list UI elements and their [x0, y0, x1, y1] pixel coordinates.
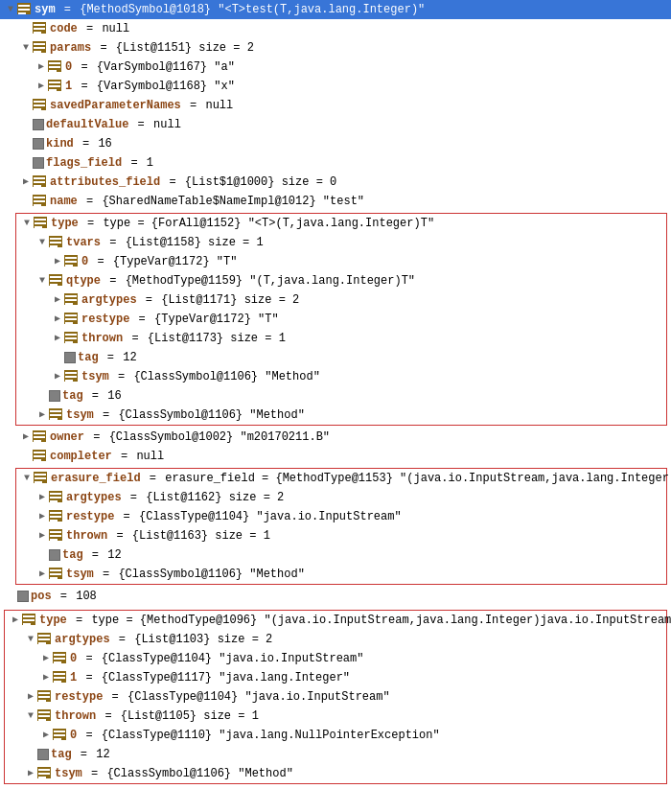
owner-row[interactable]: owner = {ClassSymbol@1002} "m20170211.B": [0, 428, 671, 447]
sym-row[interactable]: sym = {MethodSymbol@1018} "<T>test(T,jav…: [0, 0, 671, 19]
toggle-attr[interactable]: [19, 175, 33, 189]
toggle-argtypes2[interactable]: [35, 491, 49, 504]
attributes-row[interactable]: attributes_field = {List$1@1000} size = …: [0, 173, 671, 192]
argtypes3-1-key: 1: [70, 671, 77, 684]
params-val: {List@1151} size = 2: [116, 41, 254, 55]
svg-rect-118: [38, 715, 50, 717]
toggle-restype3[interactable]: [24, 690, 37, 704]
toggle-tsym-outer[interactable]: [35, 408, 49, 422]
erasure-val: erasure_field = {MethodType@1153} "(java…: [165, 472, 671, 485]
toggle-tvars0[interactable]: [51, 255, 64, 268]
tvars0-row[interactable]: 0 = {TypeVar@1172} "T": [16, 252, 666, 271]
thrown2-row[interactable]: thrown = {List@1163} size = 1: [16, 526, 666, 545]
toggle-restype-inner[interactable]: [51, 313, 64, 326]
toggle-params[interactable]: [19, 41, 33, 55]
svg-rect-95: [50, 577, 58, 579]
tsym3-row[interactable]: tsym = {ClassSymbol@1106} "Method": [5, 764, 666, 783]
argtypes3-0-row[interactable]: 0 = {ClassType@1104} "java.io.InputStrea…: [5, 649, 666, 668]
svg-rect-47: [50, 284, 58, 286]
toggle-sym[interactable]: [4, 3, 17, 16]
thrown3-row[interactable]: thrown = {List@1105} size = 1: [5, 707, 666, 726]
toggle-thrown3[interactable]: [24, 709, 37, 723]
toggle-argtypes-inner[interactable]: [51, 293, 64, 307]
tsym3-val: {ClassSymbol@1106} "Method": [106, 767, 292, 780]
toggle-thrown-inner[interactable]: [51, 332, 64, 345]
svg-rect-63: [65, 380, 73, 382]
tag-inner-row[interactable]: tag = 12: [16, 348, 666, 367]
erasure-row[interactable]: erasure_field = erasure_field = {MethodT…: [16, 469, 666, 488]
thrown3-0-row[interactable]: 0 = {ClassType@1110} "java.lang.NullPoin…: [5, 726, 666, 745]
svg-rect-93: [50, 569, 61, 571]
toggle-argtypes3[interactable]: [24, 633, 37, 646]
toggle-thrown3-0[interactable]: [39, 729, 53, 742]
toggle-argtypes3-0[interactable]: [39, 652, 53, 665]
tag-outer-row[interactable]: tag = 16: [16, 386, 666, 406]
flags-key: flags_field: [46, 156, 122, 170]
pos-row[interactable]: pos = 108: [0, 587, 671, 606]
svg-rect-101: [38, 635, 50, 637]
argtypes-inner-val: {List@1171} size = 2: [161, 293, 299, 307]
svg-rect-26: [34, 181, 45, 183]
thrown-inner-row[interactable]: thrown = {List@1173} size = 1: [16, 329, 666, 348]
svg-rect-109: [54, 673, 65, 675]
toggle-tsym2[interactable]: [35, 568, 49, 581]
field-icon-completer: [33, 450, 48, 463]
svg-rect-53: [65, 314, 77, 316]
field-icon: [17, 3, 33, 16]
params0-row[interactable]: 0 = {VarSymbol@1167} "a": [0, 58, 671, 77]
kind-row[interactable]: kind = 16: [0, 134, 671, 153]
params-row[interactable]: params = {List@1151} size = 2: [0, 38, 671, 58]
code-row[interactable]: code = null: [0, 19, 671, 38]
params1-key: 1: [65, 80, 72, 93]
params1-row[interactable]: 1 = {VarSymbol@1168} "x": [0, 77, 671, 96]
completer-row[interactable]: completer = null: [0, 447, 671, 466]
svg-rect-75: [34, 459, 41, 461]
type-method-row[interactable]: type = type = {MethodType@1096} "(java.i…: [5, 611, 666, 630]
attr-key: attributes_field: [50, 175, 160, 189]
toggle-tvars[interactable]: [35, 236, 49, 249]
code-val: null: [102, 22, 129, 35]
toggle-thrown2[interactable]: [35, 529, 49, 543]
name-row[interactable]: name = {SharedNameTable$NameImpl@1012} "…: [0, 192, 671, 211]
tag-outer-key: tag: [62, 389, 83, 403]
argtypes3-1-row[interactable]: 1 = {ClassType@1117} "java.lang.Integer": [5, 668, 666, 687]
type-forall-row[interactable]: type = type = {ForAll@1152} "<T>(T,java.…: [16, 214, 666, 233]
toggle-qtype[interactable]: [35, 274, 49, 288]
tsym-outer-row[interactable]: tsym = {ClassSymbol@1106} "Method": [16, 406, 666, 425]
toggle-tsym-inner[interactable]: [51, 370, 64, 383]
restype2-row[interactable]: restype = {ClassType@1104} "java.io.Inpu…: [16, 507, 666, 526]
flags-row[interactable]: flags_field = 1: [0, 153, 671, 173]
svg-rect-51: [65, 303, 73, 305]
toggle-type-method[interactable]: [9, 614, 22, 627]
toggle-argtypes3-1[interactable]: [39, 671, 53, 684]
savedparameternames-row[interactable]: savedParameterNames = null: [0, 96, 671, 115]
argtypes2-row[interactable]: argtypes = {List@1162} size = 2: [16, 488, 666, 507]
attr-val: {List$1@1000} size = 0: [185, 175, 336, 189]
toggle-restype2[interactable]: [35, 510, 49, 523]
restype-inner-row[interactable]: restype = {TypeVar@1172} "T": [16, 310, 666, 329]
tag2-val: 12: [107, 548, 121, 562]
argtypes3-row[interactable]: argtypes = {List@1103} size = 2: [5, 630, 666, 649]
tag2-row[interactable]: tag = 12: [16, 545, 666, 565]
tag-outer-val: 16: [107, 389, 121, 403]
toggle-type-forall[interactable]: [20, 217, 34, 230]
svg-rect-74: [34, 455, 45, 457]
toggle-params1[interactable]: [35, 80, 48, 93]
params-key: params: [50, 41, 91, 55]
tvars-row[interactable]: tvars = {List@1158} size = 1: [16, 233, 666, 252]
toggle-owner[interactable]: [19, 430, 33, 444]
field-icon-qtype: [49, 274, 64, 288]
svg-rect-66: [50, 414, 61, 416]
defaultvalue-row[interactable]: defaultValue = null: [0, 115, 671, 134]
tsym-inner-row[interactable]: tsym = {ClassSymbol@1106} "Method": [16, 367, 666, 386]
toggle-params0[interactable]: [35, 60, 48, 74]
field-icon-code: [33, 22, 48, 35]
qtype-row[interactable]: qtype = {MethodType@1159} "(T,java.lang.…: [16, 271, 666, 290]
params0-val: {VarSymbol@1167} "a": [97, 60, 235, 74]
restype3-row[interactable]: restype = {ClassType@1104} "java.io.Inpu…: [5, 687, 666, 707]
argtypes-inner-row[interactable]: argtypes = {List@1171} size = 2: [16, 290, 666, 310]
tsym2-row[interactable]: tsym = {ClassSymbol@1106} "Method": [16, 565, 666, 584]
toggle-tsym3[interactable]: [24, 767, 37, 780]
tag3-row[interactable]: tag = 12: [5, 745, 666, 764]
toggle-erasure[interactable]: [20, 472, 34, 485]
